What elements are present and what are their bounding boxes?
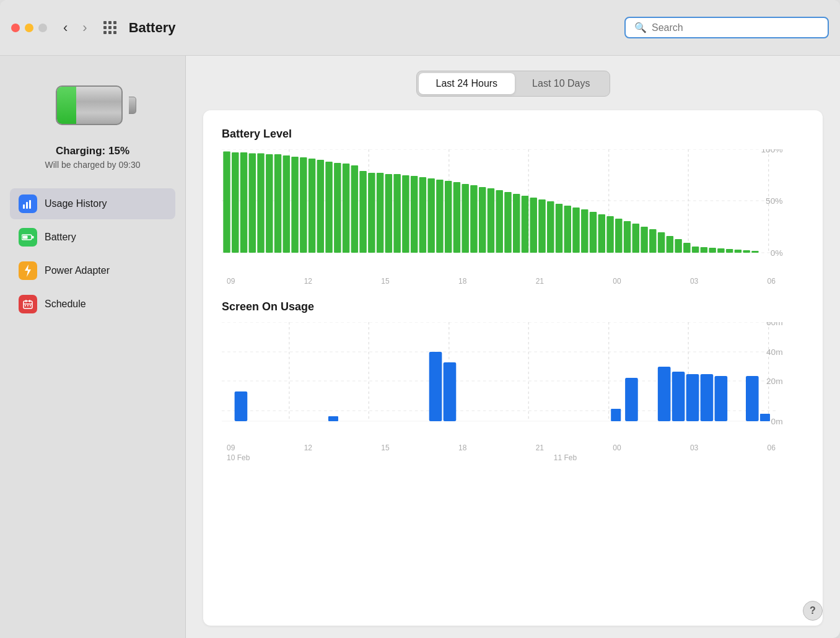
sidebar-item-usage-history[interactable]: Usage History: [10, 188, 175, 219]
svg-rect-43: [377, 173, 383, 253]
main-window: ‹ › Battery 🔍: [0, 0, 840, 638]
battery-illustration-container: [56, 81, 130, 130]
svg-rect-27: [240, 152, 247, 253]
battery-status: Charging: 15% Will be charged by 09:30: [45, 145, 140, 170]
svg-rect-41: [359, 171, 366, 253]
svg-rect-61: [530, 198, 537, 253]
battery-terminal: [129, 97, 136, 114]
svg-rect-30: [266, 154, 273, 253]
svg-rect-76: [658, 232, 665, 253]
battery-x-label-12: 12: [304, 277, 312, 286]
svg-text:0%: 0%: [771, 249, 783, 258]
svg-rect-59: [513, 194, 520, 253]
screen-x-label-06: 06: [768, 444, 776, 452]
svg-rect-10: [29, 300, 30, 302]
svg-rect-82: [709, 248, 715, 253]
svg-rect-14: [30, 305, 31, 307]
svg-rect-80: [692, 247, 699, 253]
svg-rect-39: [343, 164, 349, 253]
svg-rect-56: [488, 188, 494, 253]
maximize-button[interactable]: [38, 24, 47, 32]
sidebar-item-label-power-adapter: Power Adapter: [45, 265, 110, 276]
svg-text:100%: 100%: [761, 149, 782, 154]
svg-rect-77: [667, 236, 673, 253]
search-box[interactable]: 🔍: [624, 17, 829, 38]
search-icon: 🔍: [634, 22, 647, 33]
svg-rect-75: [649, 229, 656, 253]
sidebar-item-label-usage-history: Usage History: [45, 198, 107, 209]
sidebar-item-label-schedule: Schedule: [45, 299, 86, 310]
close-button[interactable]: [11, 24, 20, 32]
svg-rect-9: [25, 300, 27, 302]
battery-x-label-21: 21: [536, 277, 544, 286]
chart-icon: [19, 194, 37, 213]
svg-rect-105: [429, 352, 442, 421]
tabs-group: Last 24 Hours Last 10 Days: [416, 71, 610, 97]
battery-illustration: [56, 81, 130, 130]
svg-rect-26: [232, 152, 238, 253]
svg-rect-34: [300, 157, 307, 253]
battery-x-label-06: 06: [768, 277, 776, 286]
svg-rect-32: [283, 155, 290, 253]
svg-rect-52: [453, 182, 460, 253]
svg-rect-2: [29, 200, 31, 209]
screen-x-label-15: 15: [381, 444, 389, 452]
svg-rect-42: [368, 173, 375, 253]
screen-x-label-00: 00: [613, 444, 621, 452]
apps-grid-icon[interactable]: [103, 21, 116, 34]
battery-x-label-15: 15: [381, 277, 389, 286]
svg-rect-87: [751, 251, 758, 253]
svg-rect-115: [760, 414, 770, 421]
titlebar: ‹ › Battery 🔍: [0, 0, 840, 56]
svg-rect-37: [325, 162, 332, 253]
svg-rect-68: [590, 212, 597, 253]
svg-text:0m: 0m: [771, 417, 783, 426]
svg-rect-8: [24, 301, 32, 308]
svg-rect-48: [419, 177, 426, 253]
svg-rect-79: [683, 243, 690, 253]
svg-rect-49: [427, 178, 434, 253]
sidebar-item-battery[interactable]: Battery: [10, 222, 175, 253]
screen-x-label-12: 12: [304, 444, 312, 452]
svg-rect-36: [317, 160, 324, 253]
svg-rect-44: [385, 174, 392, 253]
chart-card: Battery Level: [203, 110, 823, 626]
svg-rect-112: [701, 374, 714, 421]
battery-x-label-03: 03: [690, 277, 698, 286]
minimize-button[interactable]: [25, 24, 33, 32]
svg-rect-55: [479, 187, 486, 253]
svg-rect-45: [393, 174, 400, 253]
traffic-lights: [11, 24, 47, 32]
sidebar-nav: Usage History Battery: [10, 188, 175, 320]
sidebar-item-power-adapter[interactable]: Power Adapter: [10, 255, 175, 286]
search-input[interactable]: [652, 22, 819, 33]
svg-rect-31: [274, 154, 281, 253]
back-button[interactable]: ‹: [59, 20, 71, 36]
svg-rect-35: [308, 159, 315, 253]
svg-rect-73: [632, 224, 639, 253]
svg-rect-71: [615, 219, 622, 253]
battery-fill: [57, 87, 76, 124]
svg-rect-51: [445, 181, 452, 253]
svg-rect-85: [735, 250, 742, 253]
svg-rect-54: [470, 185, 477, 253]
svg-rect-13: [27, 305, 28, 307]
svg-rect-11: [24, 304, 32, 305]
svg-rect-28: [249, 154, 256, 253]
sidebar-item-schedule[interactable]: Schedule: [10, 289, 175, 320]
calendar-icon: [19, 295, 37, 313]
tab-last-10-days[interactable]: Last 10 Days: [515, 73, 607, 94]
battery-x-label-09: 09: [227, 277, 235, 286]
forward-button[interactable]: ›: [79, 20, 90, 36]
tab-last-24-hours[interactable]: Last 24 Hours: [419, 73, 515, 94]
svg-text:20m: 20m: [766, 377, 783, 386]
svg-rect-6: [32, 236, 34, 238]
screen-x-label-21: 21: [536, 444, 544, 452]
svg-rect-84: [726, 249, 733, 253]
help-button[interactable]: ?: [803, 601, 823, 621]
screen-x-label-18: 18: [458, 444, 466, 452]
svg-rect-114: [746, 376, 759, 421]
svg-rect-74: [641, 227, 647, 253]
svg-rect-40: [351, 165, 358, 253]
svg-rect-12: [25, 305, 26, 307]
